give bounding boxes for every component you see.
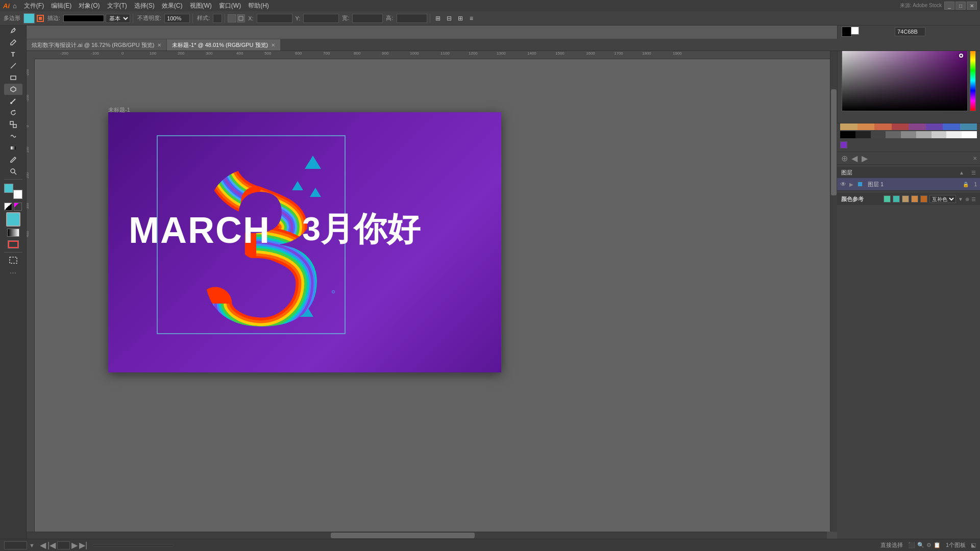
swap-colors-btn[interactable] — [14, 203, 22, 211]
more-tools-btn[interactable]: ··· — [10, 268, 16, 278]
layer-lock-icon[interactable]: 🔒 — [963, 182, 969, 187]
maximize-btn[interactable]: □ — [955, 2, 966, 10]
next-page-btn[interactable]: ▶ — [71, 540, 78, 550]
fill-color-btn[interactable] — [23, 13, 35, 23]
color-harmony-select[interactable]: 互补色 — [929, 195, 956, 203]
pencil-tool[interactable] — [4, 37, 22, 48]
brush-tool[interactable] — [4, 95, 22, 107]
stroke-preview[interactable] — [63, 15, 104, 22]
color-btn[interactable] — [6, 212, 20, 227]
layers-menu-btn[interactable]: ☰ — [971, 170, 976, 176]
color-ref-expand-btn[interactable]: ▼ — [958, 196, 963, 202]
swatch-purple[interactable] — [840, 141, 847, 148]
stroke-select[interactable]: 基本 — [106, 14, 130, 23]
eyedropper-tool[interactable] — [4, 154, 22, 165]
fit-artboard-btn[interactable]: ⬕ — [971, 542, 976, 548]
doc-tab-2[interactable]: 未标题-1* @ 48.01% (RGB/GPU 预览) ✕ — [167, 39, 281, 51]
status-icon-4[interactable]: 📋 — [934, 542, 941, 548]
h-scroll-thumb[interactable] — [331, 533, 475, 538]
color-ref-menu-btn[interactable]: ☰ — [971, 196, 976, 202]
w-input[interactable]: 6.896 px — [352, 14, 383, 23]
h-input[interactable]: 5.929 px — [397, 14, 427, 23]
white-swatch[interactable] — [851, 27, 859, 35]
layers-collapse-btn[interactable]: ▲ — [959, 170, 964, 176]
line-tool[interactable] — [4, 60, 22, 71]
menu-help[interactable]: 帮助(H) — [245, 1, 272, 11]
y-input[interactable]: 568.278 — [303, 14, 339, 23]
zoom-input[interactable]: 48.01% — [4, 541, 27, 549]
color-ref-swatch3[interactable] — [902, 195, 909, 203]
menu-effect[interactable]: 效果(C) — [159, 1, 186, 11]
tab-close-1[interactable]: ✕ — [157, 42, 161, 48]
progress-bar[interactable] — [92, 544, 174, 546]
align-center-btn[interactable]: ⊟ — [444, 13, 454, 23]
prev-btn[interactable]: ◀ — [850, 154, 859, 162]
color-panel-close-btn[interactable]: ✕ — [973, 156, 977, 161]
color-ref-swatch1[interactable] — [884, 195, 891, 203]
color-ref-swatch2[interactable] — [893, 195, 900, 203]
page-input[interactable]: 1 — [57, 541, 70, 549]
polygon-tool[interactable] — [4, 84, 22, 95]
prev-page-btn[interactable]: ◀ — [40, 540, 46, 550]
canvas-scroll-horizontal[interactable] — [27, 532, 827, 539]
tab-close-2[interactable]: ✕ — [271, 42, 275, 48]
gray-0[interactable] — [840, 131, 855, 138]
transform-icon[interactable] — [228, 14, 236, 22]
rotate-tool[interactable] — [4, 107, 22, 118]
canvas-scroll-vertical[interactable] — [830, 51, 837, 532]
add-color-btn[interactable]: ⊕ — [840, 154, 848, 162]
align-right-btn[interactable]: ⊞ — [455, 13, 465, 23]
layer-1-row[interactable]: 👁 ▶ 图层 1 🔒 1 — [837, 178, 980, 190]
tab-layers[interactable]: 图层 — [841, 169, 852, 177]
menu-type[interactable]: 文字(T) — [104, 1, 130, 11]
color-ref-header[interactable]: 颜色参考 互补色 ▼ ⊕ ☰ — [837, 193, 980, 205]
zoom-dropdown-btn[interactable]: ▼ — [29, 542, 35, 548]
minimize-btn[interactable]: _ — [944, 2, 954, 10]
black-swatch[interactable] — [842, 27, 852, 37]
scale-tool[interactable] — [4, 119, 22, 130]
status-icon-1[interactable]: ⬛ — [908, 542, 915, 548]
gray-7[interactable] — [946, 131, 962, 138]
warp-tool[interactable] — [4, 131, 22, 142]
status-icon-2[interactable]: 🔍 — [917, 542, 924, 548]
stroke-icon[interactable] — [36, 14, 44, 22]
status-icon-3[interactable]: ⚙ — [926, 542, 932, 548]
rect-tool[interactable] — [4, 72, 22, 83]
artboard-tool[interactable] — [4, 255, 22, 266]
next-btn[interactable]: ▶ — [861, 154, 869, 162]
gray-1[interactable] — [855, 131, 871, 138]
layer-visibility-icon[interactable]: 👁 — [840, 181, 846, 188]
add-to-swatches-btn[interactable]: ⊕ — [965, 196, 969, 202]
menu-edit[interactable]: 编辑(E) — [48, 1, 75, 11]
distribute-btn[interactable]: ≡ — [467, 13, 477, 23]
gradient-tool[interactable] — [4, 142, 22, 154]
first-page-btn[interactable]: |◀ — [47, 540, 56, 550]
constrain-icon[interactable] — [237, 14, 245, 22]
zoom-tool[interactable] — [4, 166, 22, 177]
gray-6[interactable] — [932, 131, 947, 138]
gray-5[interactable] — [916, 131, 932, 138]
gray-4[interactable] — [901, 131, 916, 138]
gray-3[interactable] — [886, 131, 901, 138]
close-btn[interactable]: ✕ — [967, 2, 977, 10]
style-btn[interactable] — [213, 14, 222, 23]
none-btn[interactable] — [4, 239, 22, 250]
gray-2[interactable] — [871, 131, 886, 138]
v-scroll-thumb[interactable] — [831, 89, 837, 195]
foreground-color-swatch[interactable] — [4, 184, 13, 193]
menu-object[interactable]: 对象(O) — [76, 1, 103, 11]
menu-file[interactable]: 文件(F) — [21, 1, 47, 11]
gray-8[interactable] — [962, 131, 977, 138]
type-tool[interactable]: T — [4, 48, 22, 60]
x-input[interactable]: 1104.657 — [257, 14, 292, 23]
menu-select[interactable]: 选择(S) — [131, 1, 158, 11]
gradient-swatch-btn[interactable] — [4, 227, 22, 238]
color-ref-swatch4[interactable] — [911, 195, 918, 203]
opacity-input[interactable] — [164, 14, 190, 23]
layer-expand-icon[interactable]: ▶ — [849, 182, 853, 187]
home-icon[interactable]: ⌂ — [13, 2, 17, 10]
menu-view[interactable]: 视图(W) — [187, 1, 215, 11]
color-swatches[interactable] — [4, 184, 22, 199]
menu-window[interactable]: 窗口(W) — [216, 1, 244, 11]
default-colors-btn[interactable] — [4, 203, 12, 211]
